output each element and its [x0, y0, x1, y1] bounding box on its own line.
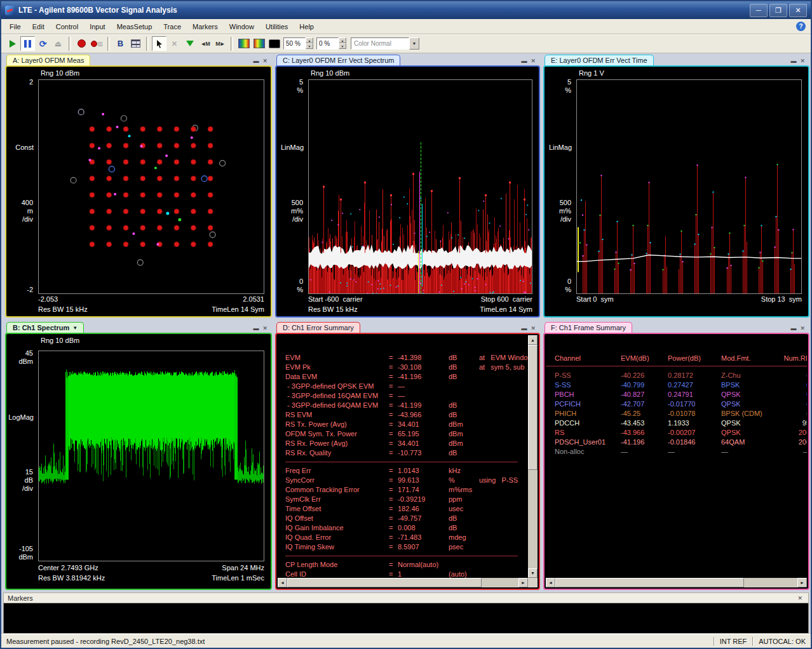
spectrum-plot[interactable]	[39, 351, 264, 561]
play-button[interactable]	[5, 36, 20, 51]
panel-close-button[interactable]: ✕	[800, 58, 805, 64]
scroll-thumb[interactable]	[528, 345, 538, 470]
scroll-thumb[interactable]	[287, 578, 482, 587]
tile-windows-button[interactable]	[128, 36, 143, 51]
tab-panel-a[interactable]: A: Layer0 OFDM Meas	[6, 55, 90, 65]
spin-up-icon[interactable]: ▲	[339, 37, 346, 43]
menu-window[interactable]: Window	[224, 21, 260, 32]
panel-close-button[interactable]: ✕	[531, 58, 536, 64]
panel-minimize-button[interactable]: ▬	[790, 325, 796, 331]
floor-spinner[interactable]: 0 % ▲▼	[316, 37, 346, 50]
pause-button[interactable]	[20, 36, 35, 51]
sum-val: —	[398, 382, 449, 391]
frame-summary-table: Channel EVM(dB) Power(dB) Mod.Fmt. Num.R…	[546, 353, 807, 578]
sum-eq: =	[389, 542, 398, 552]
scroll-down-icon[interactable]: ▼	[528, 568, 538, 578]
record-button[interactable]	[74, 36, 89, 51]
select-cursor-button[interactable]	[152, 36, 166, 51]
y-axis-bottom: -105 dBm	[18, 545, 33, 561]
frame-cell: -40.799	[621, 380, 668, 390]
frame-cell: —	[780, 447, 807, 457]
scroll-track[interactable]	[555, 578, 797, 587]
sum-extra	[479, 485, 528, 495]
minimize-button[interactable]: ─	[750, 4, 768, 17]
x-axis-right: Span 24 MHz	[222, 564, 264, 572]
tab-panel-c[interactable]: C: Layer0 OFDM Err Vect Spectrum	[276, 55, 400, 65]
band-power-button[interactable]: B	[113, 36, 128, 51]
sum-eq: =	[389, 353, 398, 363]
spectrogram-alt-button[interactable]	[252, 36, 266, 51]
combo-dropdown-icon[interactable]: ▼	[409, 37, 419, 50]
scroll-up-icon[interactable]: ▲	[528, 335, 538, 345]
spin-up-icon[interactable]: ▲	[306, 37, 313, 43]
markers-close-button[interactable]: ✕	[797, 595, 802, 601]
scroll-track[interactable]	[287, 578, 518, 587]
sum-label: EVM Pk	[278, 363, 389, 372]
color-mode-value[interactable]: Color Normal	[351, 37, 409, 50]
panel-close-button[interactable]: ✕	[262, 58, 267, 64]
marker-to-right-button[interactable]: M►	[213, 36, 227, 51]
panel-close-button[interactable]: ✕	[531, 325, 536, 331]
single-sweep-button[interactable]: ⏏	[51, 36, 65, 51]
marker-to-left-button[interactable]: ◄M	[198, 36, 212, 51]
horizontal-scrollbar[interactable]: ◄ ►	[546, 578, 807, 587]
panel-minimize-button[interactable]: ▬	[521, 325, 527, 331]
panel-minimize-button[interactable]: ▬	[790, 58, 796, 64]
tab-panel-b[interactable]: B: Ch1 Spectrum▼	[6, 322, 84, 333]
intensity-spinner[interactable]: 50 % ▲▼	[283, 37, 313, 50]
err-vect-spectrum-plot[interactable]	[309, 80, 532, 293]
floor-value[interactable]: 0 %	[316, 37, 339, 50]
intensity-value[interactable]: 50 %	[283, 37, 306, 50]
record-playback-button[interactable]: ▥	[90, 36, 104, 51]
y-axis-scale: 15 dB /div	[22, 468, 33, 493]
menu-utilities[interactable]: Utilities	[260, 21, 294, 32]
restart-button[interactable]: ⟳	[36, 36, 50, 51]
menu-file[interactable]: File	[4, 21, 27, 32]
tab-panel-f[interactable]: F: Ch1 Frame Summary	[545, 322, 632, 333]
sum-label: - 3GPP-defined 16QAM EVM	[278, 391, 389, 401]
sum-label: - 3GPP-defined 64QAM EVM	[278, 401, 389, 410]
tab-panel-e[interactable]: E: Layer0 OFDM Err Vect Time	[545, 55, 654, 65]
display-button[interactable]	[267, 36, 281, 51]
peak-search-button[interactable]	[182, 36, 197, 51]
scroll-track[interactable]	[528, 345, 538, 568]
menu-edit[interactable]: Edit	[27, 21, 50, 32]
panel-minimize-button[interactable]: ▬	[521, 58, 527, 64]
panel-minimize-button[interactable]: ▬	[253, 58, 259, 64]
y-axis-top: 2	[29, 78, 33, 86]
panel-close-button[interactable]: ✕	[800, 325, 805, 331]
menu-markers[interactable]: Markers	[187, 21, 224, 32]
tab-dropdown-icon[interactable]: ▼	[72, 325, 78, 331]
spin-down-icon[interactable]: ▼	[339, 43, 346, 49]
marker-off-button[interactable]: ✕	[167, 36, 182, 51]
spectrogram-button[interactable]	[236, 36, 251, 51]
frame-cell: 200	[780, 438, 807, 447]
menu-control[interactable]: Control	[50, 21, 84, 32]
horizontal-scrollbar[interactable]: ◄ ►	[278, 578, 528, 587]
scroll-right-icon[interactable]: ►	[518, 578, 528, 587]
maximize-button[interactable]: ❐	[769, 4, 787, 17]
vertical-scrollbar[interactable]: ▲ ▼	[528, 335, 538, 578]
scroll-left-icon[interactable]: ◄	[546, 578, 555, 587]
err-vect-time-plot[interactable]	[577, 80, 801, 293]
tab-panel-d[interactable]: D: Ch1 Error Summary	[276, 322, 360, 333]
scroll-thumb[interactable]	[555, 578, 744, 587]
scroll-right-icon[interactable]: ►	[797, 578, 807, 587]
spin-down-icon[interactable]: ▼	[306, 43, 313, 49]
panel-minimize-button[interactable]: ▬	[253, 325, 259, 331]
color-mode-combo[interactable]: Color Normal ▼	[351, 37, 419, 50]
menu-input[interactable]: Input	[84, 21, 111, 32]
restart-icon: ⟳	[39, 39, 47, 49]
summary-row: Cell ID=1(auto)	[278, 570, 528, 578]
menu-trace[interactable]: Trace	[158, 21, 187, 32]
panel-close-button[interactable]: ✕	[262, 325, 267, 331]
sum-unit: dBm	[449, 439, 479, 448]
marker-off-icon: ✕	[171, 39, 177, 48]
scroll-left-icon[interactable]: ◄	[278, 578, 287, 587]
help-icon[interactable]: ?	[796, 22, 806, 31]
close-button[interactable]: ✕	[789, 4, 807, 17]
sum-val: -43.966	[398, 410, 449, 420]
constellation-plot[interactable]	[39, 80, 264, 293]
menu-meassetup[interactable]: MeasSetup	[111, 21, 158, 32]
menu-help[interactable]: Help	[294, 21, 320, 32]
